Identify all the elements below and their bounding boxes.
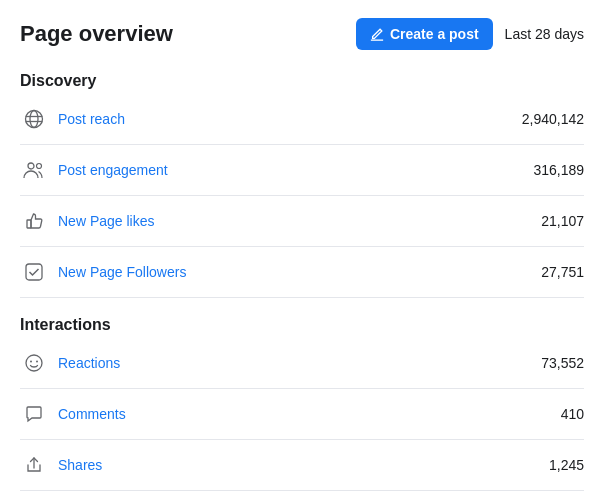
metric-row-comments: Comments 410 bbox=[20, 389, 584, 440]
metric-name-new-page-followers[interactable]: New Page Followers bbox=[58, 264, 541, 280]
metric-row-post-reach: Post reach 2,940,142 bbox=[20, 94, 584, 145]
metric-value-reactions: 73,552 bbox=[541, 355, 584, 371]
header-right: Create a post Last 28 days bbox=[356, 18, 584, 50]
metric-row-photo-views: Photo views 36 bbox=[20, 491, 584, 500]
checkmark-icon bbox=[20, 258, 48, 286]
metric-name-comments[interactable]: Comments bbox=[58, 406, 561, 422]
page-title: Page overview bbox=[20, 21, 173, 47]
share-icon bbox=[20, 451, 48, 479]
svg-point-10 bbox=[36, 361, 38, 363]
reactions-icon bbox=[20, 349, 48, 377]
discovery-title: Discovery bbox=[20, 72, 584, 90]
thumbs-up-icon bbox=[20, 207, 48, 235]
metric-value-post-engagement: 316,189 bbox=[533, 162, 584, 178]
header: Page overview Create a post Last 28 days bbox=[20, 18, 584, 50]
create-post-label: Create a post bbox=[390, 26, 479, 42]
page-container: Page overview Create a post Last 28 days… bbox=[0, 0, 604, 500]
metric-value-comments: 410 bbox=[561, 406, 584, 422]
metric-name-post-engagement[interactable]: Post engagement bbox=[58, 162, 533, 178]
interactions-section: Interactions Reactions 73,552 bbox=[20, 316, 584, 500]
metric-row-post-engagement: Post engagement 316,189 bbox=[20, 145, 584, 196]
metric-row-new-page-followers: New Page Followers 27,751 bbox=[20, 247, 584, 298]
metric-row-new-page-likes: New Page likes 21,107 bbox=[20, 196, 584, 247]
svg-rect-7 bbox=[26, 264, 42, 280]
metric-name-reactions[interactable]: Reactions bbox=[58, 355, 541, 371]
metric-value-shares: 1,245 bbox=[549, 457, 584, 473]
svg-point-9 bbox=[30, 361, 32, 363]
svg-point-5 bbox=[37, 164, 42, 169]
comment-icon bbox=[20, 400, 48, 428]
svg-point-8 bbox=[26, 355, 42, 371]
metric-name-post-reach[interactable]: Post reach bbox=[58, 111, 522, 127]
create-post-button[interactable]: Create a post bbox=[356, 18, 493, 50]
svg-point-4 bbox=[28, 163, 34, 169]
edit-icon bbox=[370, 27, 384, 41]
svg-point-1 bbox=[30, 111, 38, 128]
discovery-section: Discovery Post reach 2,940,142 bbox=[20, 72, 584, 298]
interactions-title: Interactions bbox=[20, 316, 584, 334]
discovery-metrics: Post reach 2,940,142 Post engagement 316… bbox=[20, 94, 584, 298]
metric-name-shares[interactable]: Shares bbox=[58, 457, 549, 473]
metric-name-new-page-likes[interactable]: New Page likes bbox=[58, 213, 541, 229]
svg-point-0 bbox=[26, 111, 43, 128]
people-icon bbox=[20, 156, 48, 184]
metric-row-reactions: Reactions 73,552 bbox=[20, 338, 584, 389]
metric-value-new-page-likes: 21,107 bbox=[541, 213, 584, 229]
globe-icon bbox=[20, 105, 48, 133]
interactions-metrics: Reactions 73,552 Comments 410 bbox=[20, 338, 584, 500]
metric-row-shares: Shares 1,245 bbox=[20, 440, 584, 491]
metric-value-new-page-followers: 27,751 bbox=[541, 264, 584, 280]
date-range: Last 28 days bbox=[505, 26, 584, 42]
svg-rect-6 bbox=[27, 220, 31, 228]
metric-value-post-reach: 2,940,142 bbox=[522, 111, 584, 127]
